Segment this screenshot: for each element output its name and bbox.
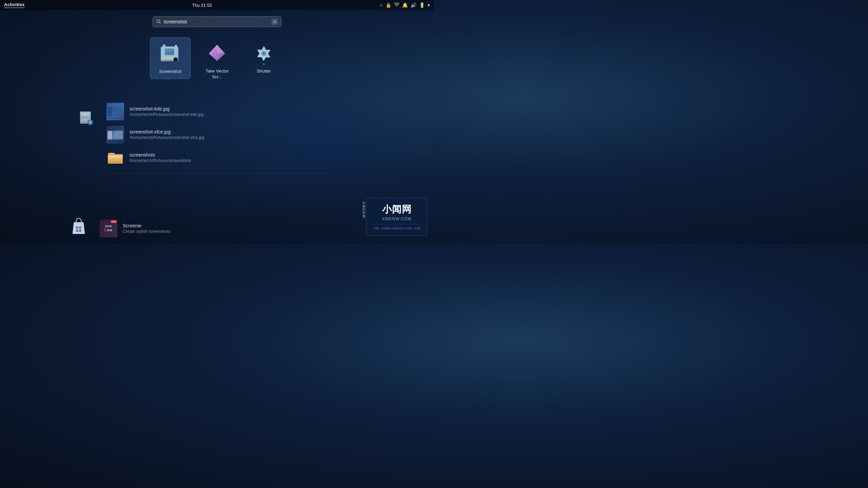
svg-rect-36 [76,229,78,232]
svg-point-29 [85,119,86,121]
volume-icon[interactable]: 🔊 [411,2,416,8]
files-section-icon: + [78,110,93,126]
screenshot-app-icon [158,42,182,66]
svg-rect-33 [108,156,123,158]
software-section: SCRENIE NIE Screenie Create stylish scre… [98,217,336,240]
software-section-icon [71,217,86,237]
svg-point-22 [263,53,264,54]
svg-rect-14 [175,45,177,47]
topbar-clock: Thu 21:55 [192,3,212,8]
watermark: XWENW 小闻网 XWENW.COM 小闻（WWW.XWENW.COM）专用 [366,198,427,236]
topbar: Activities Thu 21:55 ♫ 🔒 🔔 🔊 🔋 ▾ [0,0,434,10]
svg-text:+: + [89,120,91,125]
screenie-thumbnail: SCRENIE NIE [100,220,117,237]
notification-icon[interactable]: 🔔 [402,2,408,8]
software-desc-screenie: Create stylish screenshots [123,229,171,234]
folder-thumbnail [106,149,124,166]
app-item-screenshot[interactable]: Screenshot [150,37,191,79]
svg-point-12 [175,59,176,60]
watermark-title: 小闻网 [373,203,421,216]
file-path-folder: /home/rlerch/Pictures/screenshots [130,158,191,163]
section-divider [105,173,329,174]
svg-rect-7 [165,52,168,53]
search-icon [156,19,161,25]
file-path-xfce: /home/rlerch/Pictures/screenshot-xfce.jp… [130,135,204,140]
svg-point-23 [263,63,265,65]
topbar-right: ♫ 🔒 🔔 🔊 🔋 ▾ [379,2,430,8]
app-item-take-vector[interactable]: Take Vector Scr... [197,37,237,84]
search-box: ✕ [153,16,281,27]
battery-icon[interactable]: 🔋 [419,2,425,8]
file-name-kde: screenshot-kde.jpg [130,106,203,111]
svg-point-15 [163,44,165,47]
lock-icon[interactable]: 🔒 [386,2,391,8]
xfce-thumbnail [106,126,124,143]
svg-rect-37 [79,229,81,232]
search-clear-button[interactable]: ✕ [272,19,278,25]
files-section: + screenshot-kde.jpg /home/rlerch/Pictur… [105,100,329,178]
svg-rect-6 [165,49,174,51]
file-info-kde: screenshot-kde.jpg /home/rlerch/Pictures… [130,106,203,117]
software-info-screenie: Screenie Create stylish screenshots [123,223,171,234]
file-item-folder[interactable]: screenshots /home/rlerch/Pictures/screen… [105,146,329,169]
file-name-xfce: screenshot-xfce.jpg [130,129,204,135]
svg-rect-34 [76,226,78,229]
file-item-xfce[interactable]: screenshot-xfce.jpg /home/rlerch/Picture… [105,123,329,146]
watermark-bottom: 小闻（WWW.XWENW.COM）专用 [373,224,421,231]
file-info-xfce: screenshot-xfce.jpg /home/rlerch/Picture… [130,129,204,140]
app-label-take-vector: Take Vector Scr... [200,68,234,80]
take-vector-app-icon [205,41,229,66]
shutter-app-icon [252,41,276,66]
topbar-left: Activities [4,2,25,8]
search-container: ✕ [153,16,281,27]
software-item-screenie[interactable]: SCRENIE NIE Screenie Create stylish scre… [98,217,336,240]
apps-results-row: Screenshot Take Vect [150,37,284,84]
svg-rect-35 [79,226,81,229]
file-item-kde[interactable]: screenshot-kde.jpg /home/rlerch/Pictures… [105,100,329,123]
app-item-shutter[interactable]: Shutter [243,37,284,78]
app-label-screenshot: Screenshot [159,69,181,75]
file-path-kde: /home/rlerch/Pictures/screenshot-kde.jpg [130,112,203,117]
activities-label[interactable]: Activities [4,2,25,8]
svg-line-1 [160,22,161,23]
svg-point-27 [85,114,86,115]
system-menu-arrow-icon[interactable]: ▾ [428,2,430,8]
watermark-side-text: XWENW [362,202,366,218]
screenie-badge: NIE [111,220,117,223]
wifi-icon[interactable] [394,2,399,8]
search-input[interactable] [164,19,269,24]
music-icon[interactable]: ♫ [379,2,383,8]
watermark-subtitle: XWENW.COM [373,217,421,221]
app-label-shutter: Shutter [257,68,271,74]
file-name-folder: screenshots [130,152,191,158]
kde-thumbnail [106,103,124,120]
svg-point-13 [175,59,175,59]
software-name-screenie: Screenie [123,223,171,228]
file-info-folder: screenshots /home/rlerch/Pictures/screen… [130,152,191,163]
